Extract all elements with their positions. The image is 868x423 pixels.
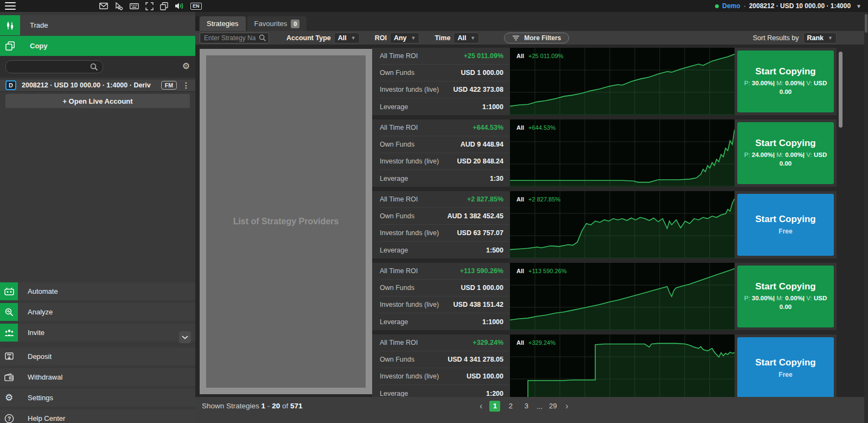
more-filters-button[interactable]: More Filters	[504, 33, 569, 43]
pagination-page-3[interactable]: 3	[521, 401, 532, 412]
kebab-menu-icon[interactable]: ⋮	[182, 81, 190, 90]
chart-range-label: All	[516, 53, 524, 59]
strategy-card[interactable]: All Time ROI+2 827.85%Own FundsAUD 1 382…	[372, 191, 837, 258]
window-scrollbar-thumb[interactable]	[865, 14, 867, 33]
copying-fees: P: 24.00%| M: 0.00%| V: USD 0.00	[737, 151, 834, 168]
stat-label: Investor funds (live)	[380, 373, 439, 380]
open-live-account-button[interactable]: + Open Live Account	[5, 94, 190, 108]
start-copying-button[interactable]: Start CopyingFree	[737, 337, 834, 397]
start-copying-label: Start Copying	[755, 214, 815, 225]
stat-label: Own Funds	[380, 212, 414, 220]
stat-row: Own FundsUSD 4 341 278.05	[380, 351, 510, 368]
strategy-card[interactable]: All Time ROI+329.24%Own FundsUSD 4 341 2…	[372, 334, 837, 397]
start-copying-label: Start Copying	[755, 357, 815, 368]
sort-select[interactable]: Rank ▼	[803, 33, 837, 43]
sidebar-item-trade[interactable]: Trade	[0, 15, 195, 35]
pagination-page-2[interactable]: 2	[505, 401, 516, 412]
gear-icon[interactable]: ⚙	[182, 61, 190, 71]
tab-strategies[interactable]: Strategies	[200, 16, 246, 31]
search-icon	[90, 63, 98, 71]
time-select[interactable]: All ▼	[454, 33, 479, 43]
more-filters-label: More Filters	[524, 34, 561, 42]
strategy-list-scrollbar[interactable]	[839, 52, 843, 128]
chart-label: All+25 011.09%	[516, 53, 563, 59]
pagination-next-icon[interactable]: ›	[563, 401, 570, 411]
keyboard-icon[interactable]	[130, 3, 139, 10]
pagination-page-1[interactable]: 1	[489, 401, 500, 412]
strategy-card[interactable]: All Time ROI+113 590.26%Own FundsUSD 1 0…	[372, 263, 837, 330]
stat-label: Investor funds (live)	[380, 301, 439, 308]
tab-label: Favourites	[254, 20, 288, 28]
sidebar-item-label: Invite	[28, 329, 44, 337]
filter-icon	[512, 35, 520, 41]
stat-row: Own FundsAUD 9 448.94	[380, 136, 510, 153]
sidebar-account-row[interactable]: D 2008212 · USD 10 000.00 · 1:4000 · Der…	[0, 79, 195, 92]
stat-row: All Time ROI+329.24%	[380, 334, 510, 351]
stat-row: Investor funds (live)USD 100.00	[380, 368, 510, 385]
window-scrollbar[interactable]	[864, 12, 868, 423]
account-type-select[interactable]: All ▼	[334, 33, 360, 43]
sidebar: Trade Copy ⚙ D 2008212 · USD 10 000.00 ·…	[0, 12, 195, 423]
strategies-content: List of Strategy Providers All Time ROI+…	[195, 45, 868, 397]
volume-icon[interactable]	[175, 2, 184, 10]
sidebar-item-label: Deposit	[28, 352, 52, 361]
stat-value: USD 438 151.42	[454, 301, 503, 308]
strategy-search-box[interactable]	[200, 33, 269, 43]
strategy-card[interactable]: All Time ROI+644.53%Own FundsAUD 9 448.9…	[372, 119, 837, 187]
start-copying-button[interactable]: Start CopyingFree	[737, 194, 834, 256]
strategy-providers-panel: List of Strategy Providers	[200, 49, 372, 394]
topbar-account-selector[interactable]: Demo · 2008212 · USD 10 000.00 · 1:4000 …	[715, 0, 861, 12]
sidebar-search-box[interactable]	[5, 60, 103, 73]
sidebar-item-automate[interactable]: Automate	[0, 282, 195, 300]
language-badge[interactable]: EN	[190, 3, 202, 10]
mail-icon[interactable]	[99, 3, 108, 9]
stat-value: +113 590.26%	[460, 267, 503, 275]
pagination-page-29[interactable]: 29	[547, 401, 558, 412]
windows-icon[interactable]	[160, 2, 168, 10]
stat-value: 1:1000	[482, 318, 503, 326]
sidebar-item-analyze[interactable]: Analyze	[0, 303, 195, 321]
pagination-ellipsis: ...	[537, 402, 542, 411]
hamburger-menu-icon[interactable]	[5, 2, 16, 10]
deriv-badge: D	[5, 80, 16, 90]
roi-chart: All+25 011.09%	[510, 48, 735, 115]
pagination-prev-icon[interactable]: ‹	[477, 401, 484, 411]
start-copying-area: Start CopyingFree	[735, 191, 837, 258]
chevron-down-icon[interactable]: ▼	[856, 3, 861, 9]
sidebar-search-input[interactable]	[11, 61, 87, 73]
sidebar-item-label: Analyze	[28, 308, 53, 316]
pointer-settings-icon[interactable]	[114, 2, 123, 10]
roi-chart: All+329.24%	[510, 334, 735, 397]
copying-fees: P: 30.00%| M: 0.00%| V: USD 0.00	[737, 79, 834, 96]
fullscreen-icon[interactable]	[145, 2, 154, 10]
stat-row: All Time ROI+113 590.26%	[380, 263, 510, 280]
sidebar-item-settings[interactable]: ⚙ Settings	[0, 389, 195, 407]
stat-row: Investor funds (live)USD 63 757.07	[380, 225, 510, 242]
gear-icon: ⚙	[0, 389, 18, 407]
stat-value: 1:500	[486, 247, 503, 254]
start-copying-button[interactable]: Start CopyingP: 24.00%| M: 0.00%| V: USD…	[737, 122, 834, 184]
sort-results-label: Sort Results by	[753, 34, 799, 42]
roi-select[interactable]: Any ▼	[390, 33, 420, 43]
stat-label: Leverage	[380, 247, 408, 254]
sidebar-item-withdrawal[interactable]: Withdrawal	[0, 368, 195, 386]
sidebar-item-label: Settings	[28, 394, 53, 402]
sidebar-search-strip: ⚙	[0, 56, 195, 78]
sidebar-item-invite[interactable]: Invite	[0, 324, 195, 342]
strategy-card[interactable]: All Time ROI+25 011.09%Own FundsUSD 1 00…	[372, 48, 837, 115]
copying-fees: P: 30.00%| M: 0.00%| V: USD 0.00	[737, 294, 834, 311]
start-copying-button[interactable]: Start CopyingP: 30.00%| M: 0.00%| V: USD…	[737, 50, 834, 112]
stat-value: +25 011.09%	[464, 52, 503, 60]
account-status-dot	[715, 4, 719, 8]
sidebar-collapse-button[interactable]	[179, 331, 191, 343]
stat-label: All Time ROI	[380, 124, 418, 131]
sidebar-item-deposit[interactable]: Deposit	[0, 348, 195, 365]
sidebar-item-help-center[interactable]: ? Help Center	[0, 409, 195, 423]
chart-label: All+329.24%	[516, 339, 556, 346]
sidebar-item-copy[interactable]: Copy	[0, 36, 195, 56]
tab-favourites[interactable]: Favourites 0	[247, 16, 307, 31]
stat-label: Leverage	[380, 318, 408, 326]
sidebar-item-label: Trade	[30, 21, 48, 29]
start-copying-button[interactable]: Start CopyingP: 30.00%| M: 0.00%| V: USD…	[737, 266, 834, 327]
strategy-stats: All Time ROI+2 827.85%Own FundsAUD 1 382…	[372, 191, 510, 258]
